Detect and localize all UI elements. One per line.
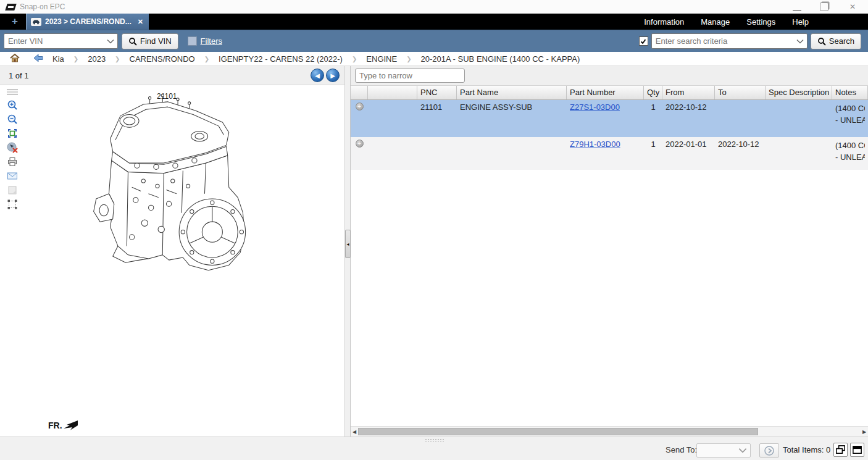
- go-arrow-icon: [764, 445, 775, 456]
- breadcrumb-item-model[interactable]: CARENS/RONDO: [130, 54, 195, 64]
- cell-part-name: [457, 137, 567, 170]
- vin-combobox[interactable]: [4, 33, 118, 49]
- cell-spec: [766, 137, 832, 170]
- right-arrow-icon: ▶: [330, 72, 335, 79]
- notes-line-2: - UNLEAD: [835, 151, 865, 163]
- zoom-out-icon[interactable]: [7, 114, 18, 125]
- search-icon: [128, 37, 137, 46]
- breadcrumb-item-make[interactable]: Kia: [52, 54, 64, 64]
- previous-illustration-button[interactable]: ◀: [311, 69, 324, 82]
- filters-checkbox[interactable]: [188, 36, 197, 46]
- horizontal-scrollbar: ◀ ▶: [351, 426, 868, 437]
- search-label: Search: [829, 36, 854, 46]
- home-icon[interactable]: [10, 54, 20, 64]
- main-area: 1 of 1 ◀ ▶: [0, 66, 868, 437]
- breadcrumb-item-year[interactable]: 2023: [88, 54, 106, 64]
- search-button[interactable]: Search: [811, 33, 861, 49]
- menu-help[interactable]: Help: [792, 17, 809, 27]
- find-vin-button[interactable]: Find VIN: [122, 33, 178, 49]
- search-criteria-combobox[interactable]: [651, 33, 807, 49]
- toolbar-grip-handle[interactable]: [7, 89, 18, 95]
- select-region-icon[interactable]: [7, 199, 18, 210]
- restore-icon[interactable]: [820, 2, 828, 11]
- close-window-icon[interactable]: ✕: [848, 2, 857, 11]
- expand-row-icon[interactable]: [356, 102, 364, 111]
- vin-input[interactable]: [4, 36, 106, 46]
- send-to-dropdown[interactable]: [696, 443, 751, 458]
- illustration-nav: ◀ ▶: [311, 69, 340, 82]
- main-menu: Information Manage Settings Help: [644, 17, 809, 27]
- tab-label: 2023 > CARENS/ROND...: [45, 17, 131, 26]
- email-icon[interactable]: [7, 170, 18, 182]
- search-toolbar: Find VIN Filters Search: [0, 30, 868, 52]
- scroll-left-icon[interactable]: ◀: [351, 428, 357, 435]
- chevron-down-icon[interactable]: [106, 36, 117, 46]
- column-notes[interactable]: Notes: [832, 86, 868, 99]
- breadcrumb-item-section[interactable]: 20-201A - SUB ENGINE (1400 CC - KAPPA): [421, 54, 580, 64]
- menu-settings[interactable]: Settings: [746, 17, 775, 27]
- chevron-separator-icon: ❯: [204, 56, 209, 62]
- column-qty[interactable]: Qty: [644, 86, 662, 99]
- float-windows-icon[interactable]: [833, 443, 848, 457]
- send-go-button[interactable]: [759, 443, 779, 458]
- next-illustration-button[interactable]: ▶: [326, 69, 340, 82]
- narrow-input[interactable]: [355, 69, 465, 83]
- part-number-link[interactable]: Z27S1-03D00: [570, 102, 620, 112]
- cell-from: 2022-01-01: [662, 137, 715, 170]
- tab-carens-rondo[interactable]: 2023 > CARENS/ROND... ✕: [26, 14, 149, 30]
- new-tab-button[interactable]: +: [9, 15, 21, 28]
- cell-qty: 1: [644, 100, 662, 137]
- breadcrumb-item-catalog[interactable]: IGENPTY22 - CARENS 22 (2022-): [219, 54, 343, 64]
- column-expand[interactable]: [351, 86, 368, 99]
- pan-disabled-icon[interactable]: [7, 142, 18, 153]
- cell-pnc: 21101: [417, 100, 457, 137]
- filters-link[interactable]: Filters: [201, 36, 222, 46]
- column-spec-description[interactable]: Spec Description: [766, 86, 832, 99]
- menu-manage[interactable]: Manage: [701, 17, 730, 27]
- cell-qty: 1: [644, 137, 662, 170]
- snapshot-disabled-icon[interactable]: [7, 185, 18, 196]
- column-part-name[interactable]: Part Name: [457, 86, 567, 99]
- minimize-icon[interactable]: [793, 2, 801, 11]
- column-part-number[interactable]: Part Number: [567, 86, 644, 99]
- column-icons[interactable]: [368, 86, 417, 99]
- part-number-link[interactable]: Z79H1-03D00: [570, 140, 620, 149]
- table-row-selected[interactable]: 21101 ENGINE ASSY-SUB Z27S1-03D00 1 2022…: [351, 100, 868, 137]
- print-icon[interactable]: [7, 156, 18, 167]
- expand-row-icon[interactable]: [356, 140, 364, 148]
- menu-information[interactable]: Information: [644, 17, 684, 27]
- fit-to-window-icon[interactable]: [7, 128, 18, 139]
- check-icon: [640, 38, 647, 45]
- search-criteria-input[interactable]: [652, 36, 796, 46]
- cell-spec: [766, 100, 832, 137]
- total-items-label: Total Items: 0: [783, 445, 830, 454]
- panel-splitter[interactable]: ◄: [344, 66, 351, 437]
- page-indicator: 1 of 1: [9, 71, 29, 80]
- chevron-separator-icon: ❯: [406, 56, 411, 62]
- column-pnc[interactable]: PNC: [417, 86, 457, 99]
- column-to[interactable]: To: [715, 86, 766, 99]
- illustration-viewport[interactable]: 21101: [0, 85, 344, 437]
- window-title: Snap-on EPC: [20, 2, 65, 11]
- cell-to: 2022-10-12: [715, 137, 766, 170]
- column-from[interactable]: From: [662, 86, 715, 99]
- resize-grip-dots[interactable]: [425, 438, 444, 442]
- search-scope-checkbox[interactable]: [639, 36, 648, 46]
- engine-diagram[interactable]: 21101: [22, 85, 343, 437]
- chevron-down-icon[interactable]: [796, 36, 807, 46]
- scroll-right-icon[interactable]: ▶: [861, 428, 867, 435]
- zoom-in-icon[interactable]: [7, 99, 18, 111]
- notes-line-2: - UNLEAD: [835, 114, 865, 126]
- breadcrumb: Kia ❯ 2023 ❯ CARENS/RONDO ❯ IGENPTY22 - …: [0, 52, 868, 66]
- table-row[interactable]: Z79H1-03D00 1 2022-01-01 2022-10-12 (140…: [351, 137, 868, 170]
- breadcrumb-item-group[interactable]: ENGINE: [366, 54, 397, 64]
- dock-window-icon[interactable]: [850, 443, 864, 457]
- back-arrow-icon[interactable]: [33, 54, 43, 64]
- snap-on-epc-window: Snap-on EPC ✕ + 2023 > CARENS/ROND... ✕ …: [0, 0, 868, 460]
- scrollbar-thumb[interactable]: [358, 428, 758, 435]
- collapse-left-icon[interactable]: ◄: [345, 230, 351, 258]
- snap-on-logo-icon: [5, 4, 17, 10]
- chevron-down-icon: [738, 448, 748, 453]
- tab-close-icon[interactable]: ✕: [138, 18, 143, 26]
- search-cluster: Search: [639, 33, 861, 49]
